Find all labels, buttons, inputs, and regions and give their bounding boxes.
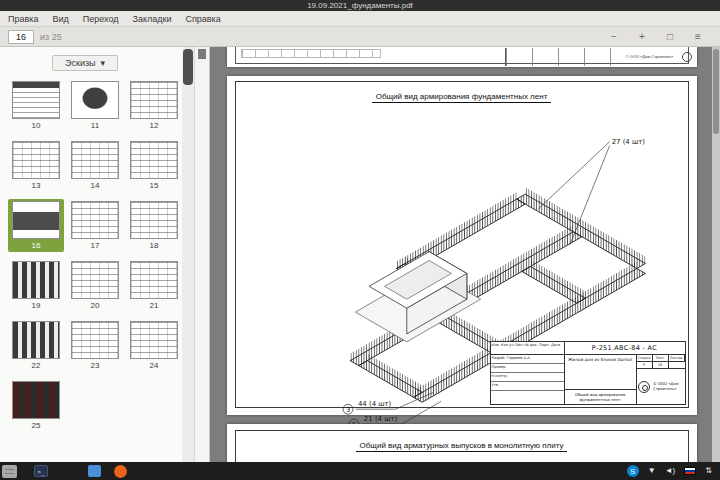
- zoom-out-icon[interactable]: −: [606, 30, 622, 44]
- terminal-icon[interactable]: >_: [34, 465, 48, 477]
- thumbnail-label: 13: [32, 181, 41, 190]
- schedule-fragment: [241, 49, 381, 58]
- company-label: © ООО «Дом Строитель»: [621, 55, 679, 59]
- sheet-header: Лист: [653, 355, 669, 362]
- thumbnail-image: [12, 261, 60, 299]
- thumbnail-image: [12, 81, 60, 119]
- thumbnail-page-21[interactable]: 21: [126, 259, 182, 312]
- keyboard-layout-ru-icon[interactable]: [684, 467, 696, 475]
- thumbnail-page-15[interactable]: 15: [126, 139, 182, 192]
- annotation-left-bottom: 21 (4 шт): [363, 415, 397, 423]
- fit-page-icon[interactable]: □: [662, 30, 678, 44]
- thumbnail-page-19[interactable]: 19: [8, 259, 64, 312]
- thumbnail-page-18[interactable]: 18: [126, 199, 182, 252]
- page-16: Общий вид армирования фундаментных лент: [227, 76, 697, 415]
- thumbnail-label: 22: [32, 361, 41, 370]
- volume-icon[interactable]: ◄): [665, 467, 676, 475]
- thumbnail-label: 18: [150, 241, 159, 250]
- chevron-down-icon: ▾: [101, 58, 106, 68]
- stage-header: Стадия: [637, 355, 653, 362]
- file-manager-icon[interactable]: [88, 465, 101, 477]
- project-name: Жилой дом из блоков Durisol: [565, 355, 636, 390]
- menu-go[interactable]: Переход: [83, 14, 119, 24]
- page-number-input[interactable]: [8, 30, 34, 44]
- thumbnail-image: [71, 81, 119, 119]
- thumbnail-page-11[interactable]: 11: [67, 79, 123, 132]
- stage-value: Р: [637, 362, 653, 369]
- zoom-in-icon[interactable]: +: [634, 30, 650, 44]
- thumbnail-page-17[interactable]: 17: [67, 199, 123, 252]
- page-17-top: Общий вид арматурных выпусков в монолитн…: [227, 424, 697, 462]
- thumbnail-label: 24: [150, 361, 159, 370]
- sidebar-mode-label: Эскизы: [65, 58, 96, 68]
- menu-bookmarks[interactable]: Закладки: [132, 14, 171, 24]
- thumbnail-label: 11: [91, 121, 99, 130]
- sheet-value: 16: [653, 362, 669, 369]
- thumbnail-page-22[interactable]: 22: [8, 319, 64, 372]
- skype-icon[interactable]: S: [627, 465, 639, 477]
- thumbnail-image: [12, 321, 60, 359]
- annotation-top-right: 27 (4 шт): [611, 138, 645, 146]
- window-titlebar[interactable]: 19.09.2021_фундаменты.pdf: [0, 0, 720, 11]
- thumbnail-label: 15: [150, 181, 159, 190]
- thumbnail-page-25[interactable]: 25: [8, 379, 64, 432]
- window-title: 19.09.2021_фундаменты.pdf: [307, 1, 413, 10]
- callout-3: 3: [346, 406, 350, 414]
- thumbnail-label: 12: [150, 121, 159, 130]
- document-code: Р-251.АВС-84 - АС: [565, 342, 685, 355]
- thumbnail-label: 14: [91, 181, 100, 190]
- browser-icon[interactable]: [114, 465, 127, 478]
- thumbnail-image: [71, 261, 119, 299]
- taskbar: >_ S ▼ ◄) ⇅: [0, 462, 720, 480]
- menu-icon[interactable]: ≡: [690, 30, 706, 44]
- company-logo: [638, 381, 650, 393]
- sidebar-scrollbar-thumb[interactable]: [183, 49, 193, 85]
- thumbnail-grid: 10 11 12 13 14 15 16 17 18 19 20 21 22 2…: [0, 75, 194, 432]
- menu-help[interactable]: Справка: [185, 14, 220, 24]
- thumbnail-image: [12, 381, 60, 419]
- main-area: Эскизы ▾ 10 11 12 13 14 15 16 17 18 19 2…: [0, 47, 720, 462]
- stamp-titles: Жилой дом из блоков Durisol Общий вид ар…: [565, 355, 637, 404]
- thumbnail-label: 17: [91, 241, 100, 250]
- stamp-header-row: Изм. Кол.уч Лист № док. Подп. Дата: [491, 342, 565, 355]
- thumbnail-page-14[interactable]: 14: [67, 139, 123, 192]
- thumbnail-image: [71, 201, 119, 239]
- menu-view[interactable]: Вид: [52, 14, 68, 24]
- thumbnail-label: 20: [91, 301, 100, 310]
- thumbnail-page-23[interactable]: 23: [67, 319, 123, 372]
- toolbar: из 25 − + □ ≡: [0, 27, 720, 47]
- thumbnail-page-13[interactable]: 13: [8, 139, 64, 192]
- toolbar-right-group: − + □ ≡: [606, 30, 706, 44]
- sidebar-mode-dropdown[interactable]: Эскизы ▾: [52, 55, 118, 71]
- thumbnail-label: 25: [32, 421, 41, 430]
- thumbnail-label: 16: [32, 241, 41, 250]
- drawing-name: Общий вид армирования фундаментных лент: [565, 390, 636, 404]
- sidebar-scrollbar[interactable]: [182, 47, 194, 462]
- menubar: Правка Вид Переход Закладки Справка: [0, 11, 720, 27]
- thumbnail-label: 10: [32, 121, 41, 130]
- document-scrollbar-thumb[interactable]: [713, 49, 719, 134]
- network-icon[interactable]: ⇅: [705, 467, 712, 475]
- sheet-title: Общий вид арматурных выпусков в монолитн…: [227, 434, 697, 452]
- thumbnail-page-16-selected[interactable]: 16: [8, 199, 64, 252]
- thumbnail-page-24[interactable]: 24: [126, 319, 182, 372]
- thumbnail-label: 23: [91, 361, 100, 370]
- thumbnail-image: [130, 261, 178, 299]
- updates-icon[interactable]: ▼: [648, 467, 656, 475]
- thumbnail-page-12[interactable]: 12: [126, 79, 182, 132]
- document-scrollbar[interactable]: [712, 47, 720, 462]
- system-tray: S ▼ ◄) ⇅: [627, 465, 712, 477]
- document-view[interactable]: © ООО «Дом Строитель» Общий вид армирова…: [211, 47, 712, 462]
- stamp-stage-block: Стадия Лист Листов Р 16 © ООО «Дом Строи…: [637, 355, 685, 404]
- thumbnail-image: [130, 81, 178, 119]
- thumbnails-sidebar: Эскизы ▾ 10 11 12 13 14 15 16 17 18 19 2…: [0, 47, 194, 462]
- menu-edit[interactable]: Правка: [8, 14, 38, 24]
- thumbnail-page-10[interactable]: 10: [8, 79, 64, 132]
- thumbnail-image: [130, 201, 178, 239]
- title-block: Изм. Кол.уч Лист № док. Подп. Дата Р-251…: [490, 341, 686, 405]
- thumbnail-page-20[interactable]: 20: [67, 259, 123, 312]
- page-total-label: из 25: [40, 32, 62, 42]
- sheets-header: Листов: [669, 355, 685, 362]
- app-menu-icon[interactable]: [2, 465, 17, 478]
- pane-divider[interactable]: [194, 47, 210, 462]
